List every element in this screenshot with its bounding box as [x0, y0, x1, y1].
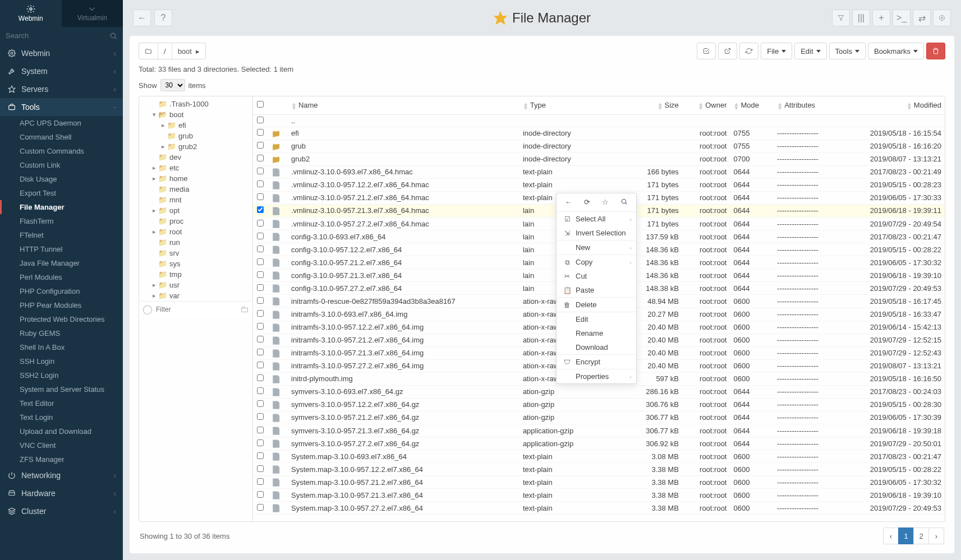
cm-edit[interactable]: Edit: [557, 312, 636, 326]
file-row[interactable]: 📄 symvers-3.10.0-957.21.2.el7.x86_64.gz …: [253, 411, 945, 424]
sidebar-item-perl-modules[interactable]: Perl Modules: [0, 270, 123, 284]
row-checkbox[interactable]: [257, 297, 264, 304]
breadcrumb-root[interactable]: [139, 43, 158, 59]
row-checkbox[interactable]: [257, 271, 264, 278]
col-mod[interactable]: ▲▼Modified: [839, 96, 945, 114]
sidebar-item-ftelnet[interactable]: FTelnet: [0, 228, 123, 242]
sidebar-item-custom-link[interactable]: Custom Link: [0, 158, 123, 172]
col-mode[interactable]: ▲▼Mode: [730, 96, 774, 114]
sidebar-item-ssh2-login[interactable]: SSH2 Login: [0, 368, 123, 382]
search-icon[interactable]: [109, 32, 117, 40]
sidebar-item-http-tunnel[interactable]: HTTP Tunnel: [0, 242, 123, 256]
file-row[interactable]: 📄 System.map-3.10.0-957.21.2.el7.x86_64 …: [253, 476, 945, 489]
file-row[interactable]: 📄 System.map-3.10.0-957.21.3.el7.x86_64 …: [253, 489, 945, 502]
row-checkbox[interactable]: [257, 491, 264, 498]
sidebar-item-flashterm[interactable]: FlashTerm: [0, 214, 123, 228]
tree-node-sys[interactable]: sys: [139, 258, 252, 269]
columns-button[interactable]: |||: [852, 10, 870, 26]
sidebar-item-php-configuration[interactable]: PHP Configuration: [0, 284, 123, 298]
row-checkbox[interactable]: [257, 323, 264, 330]
delete-button[interactable]: [926, 43, 945, 59]
row-checkbox[interactable]: [257, 129, 264, 136]
tree-filter-input[interactable]: [156, 306, 240, 313]
cm-delete[interactable]: 🗑Delete: [557, 297, 636, 312]
sidebar-section-servers[interactable]: Servers: [0, 80, 123, 98]
tab-virtualmin[interactable]: Virtualmin: [62, 0, 123, 27]
file-row[interactable]: 📁 grub inode-directory root:root 0755 --…: [253, 140, 945, 152]
filter-toggle-button[interactable]: [832, 10, 850, 26]
row-checkbox[interactable]: [257, 427, 264, 433]
bookmarks-menu[interactable]: Bookmarks: [868, 43, 924, 59]
cm-back-icon[interactable]: ←: [565, 198, 572, 207]
tools-menu[interactable]: Tools: [829, 43, 866, 59]
cm-rename[interactable]: Rename: [557, 326, 636, 340]
file-row[interactable]: 📄 System.map-3.10.0-957.12.2.el7.x86_64 …: [253, 463, 945, 476]
file-row[interactable]: 📄 symvers-3.10.0-957.12.2.el7.x86_64.gz …: [253, 398, 945, 411]
parent-dir-row[interactable]: ..: [253, 114, 945, 127]
row-checkbox[interactable]: [257, 478, 264, 485]
sidebar-item-vnc-client[interactable]: VNC Client: [0, 438, 123, 452]
row-checkbox[interactable]: [257, 336, 264, 343]
file-row[interactable]: 📄 System.map-3.10.0-693.el7.x86_64 text-…: [253, 450, 945, 463]
tree-node-grub[interactable]: grub: [139, 131, 252, 141]
tree-node-dev[interactable]: dev: [139, 152, 252, 163]
page-size-select[interactable]: 30: [160, 79, 185, 91]
row-checkbox[interactable]: [257, 310, 264, 317]
sidebar-item-apc-ups-daemon[interactable]: APC UPS Daemon: [0, 116, 123, 130]
sidebar-item-ssh-login[interactable]: SSH Login: [0, 354, 123, 368]
file-row[interactable]: 📄 .vmlinuz-3.10.0-693.el7.x86_64.hmac te…: [253, 165, 945, 178]
tree-node-opt[interactable]: ▸opt: [139, 205, 252, 216]
tree-node-var[interactable]: ▸var: [139, 290, 252, 301]
select-all-checkbox[interactable]: [257, 101, 264, 108]
row-checkbox[interactable]: [257, 246, 264, 252]
sidebar-item-upload-and-download[interactable]: Upload and Download: [0, 424, 123, 438]
cm-encrypt[interactable]: 🛡Encrypt: [557, 354, 636, 369]
select-button[interactable]: [697, 43, 716, 59]
tree-node-srv[interactable]: srv: [139, 248, 252, 258]
sidebar-item-text-login[interactable]: Text Login: [0, 410, 123, 424]
row-checkbox[interactable]: [257, 374, 264, 381]
cm-search-icon[interactable]: [620, 198, 628, 207]
sidebar-item-system-and-server-status[interactable]: System and Server Status: [0, 382, 123, 396]
tree-node-efi[interactable]: ▸efi: [139, 120, 252, 131]
refresh-button[interactable]: [739, 43, 758, 59]
sidebar-item-text-editor[interactable]: Text Editor: [0, 396, 123, 410]
tree-node-media[interactable]: media: [139, 184, 252, 195]
sidebar-item-protected-web-directories[interactable]: Protected Web Directories: [0, 312, 123, 326]
cm-refresh-icon[interactable]: ⟳: [584, 198, 590, 207]
sidebar-item-command-shell[interactable]: Command Shell: [0, 130, 123, 144]
row-checkbox[interactable]: [257, 233, 264, 239]
sidebar-section-networking[interactable]: Networking: [0, 466, 123, 484]
sidebar-search-input[interactable]: [6, 31, 109, 40]
row-checkbox[interactable]: [257, 439, 264, 446]
row-checkbox[interactable]: [257, 504, 264, 511]
tree-node-usr[interactable]: ▸usr: [139, 280, 252, 290]
sidebar-section-hardware[interactable]: Hardware: [0, 484, 123, 502]
row-checkbox[interactable]: [257, 142, 264, 149]
cm-paste[interactable]: 📋Paste: [557, 283, 636, 297]
sidebar-item-export-test[interactable]: Export Test: [0, 186, 123, 200]
sidebar-item-java-file-manager[interactable]: Java File Manager: [0, 256, 123, 270]
page-1[interactable]: 1: [898, 527, 914, 544]
cm-properties[interactable]: Properties›: [557, 369, 636, 383]
sidebar-item-zfs-manager[interactable]: ZFS Manager: [0, 452, 123, 466]
row-checkbox[interactable]: [257, 284, 264, 291]
tab-webmin[interactable]: Webmin: [0, 0, 62, 27]
config-button[interactable]: [933, 10, 951, 26]
row-checkbox[interactable]: [257, 258, 264, 265]
row-checkbox[interactable]: [257, 400, 264, 407]
page-prev[interactable]: ‹: [883, 527, 899, 544]
cm-new[interactable]: New›: [557, 240, 636, 254]
tree-node-root[interactable]: ▸root: [139, 226, 252, 237]
file-row[interactable]: 📄 symvers-3.10.0-957.27.2.el7.x86_64.gz …: [253, 437, 945, 450]
sidebar-section-tools[interactable]: Tools: [0, 98, 123, 116]
radio-icon[interactable]: ◯: [142, 304, 153, 314]
row-checkbox[interactable]: [257, 168, 264, 174]
sidebar-item-file-manager[interactable]: File Manager: [0, 200, 123, 214]
cm-select-all[interactable]: ☑Select All›: [557, 212, 636, 226]
sidebar-item-php-pear-modules[interactable]: PHP Pear Modules: [0, 298, 123, 312]
file-row[interactable]: 📄 symvers-3.10.0-693.el7.x86_64.gz ation…: [253, 385, 945, 398]
tree-node-proc[interactable]: proc: [139, 216, 252, 226]
row-checkbox[interactable]: [257, 193, 264, 200]
sidebar-section-webmin[interactable]: Webmin: [0, 44, 123, 62]
